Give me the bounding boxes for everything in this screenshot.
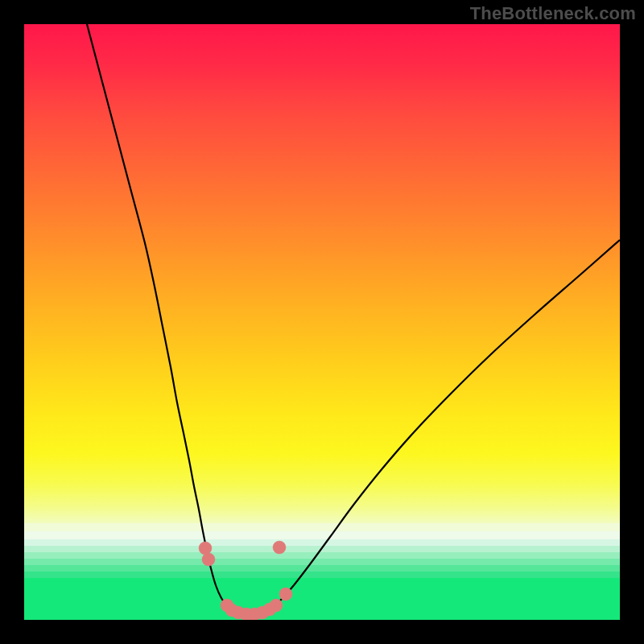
marker-point <box>273 541 286 554</box>
chart-frame: TheBottleneck.com <box>0 0 644 644</box>
chart-svg <box>24 24 620 620</box>
plot-area <box>24 24 620 620</box>
curve-left-branch <box>87 24 228 607</box>
curve-right-branch <box>274 240 620 607</box>
marker-point <box>202 553 215 566</box>
watermark-label: TheBottleneck.com <box>470 3 636 24</box>
marker-point <box>199 542 212 555</box>
marker-point <box>270 599 283 612</box>
marker-point <box>279 588 292 601</box>
markers-group <box>199 541 292 620</box>
